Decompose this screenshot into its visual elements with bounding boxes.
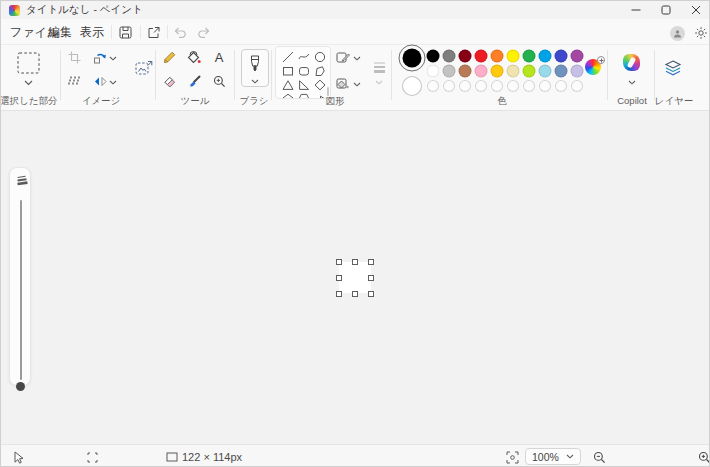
share-button[interactable]: [142, 21, 164, 43]
shape-arrow[interactable]: [313, 92, 326, 99]
copilot-button[interactable]: [623, 54, 640, 71]
selection-handle[interactable]: [368, 291, 374, 297]
thickness-slider-track[interactable]: [20, 200, 22, 380]
stroke-width-chevron-icon[interactable]: [373, 72, 385, 92]
copilot-group-label: Copilot: [617, 95, 647, 106]
fill-dropdown-chevron-icon[interactable]: [351, 74, 363, 94]
empty-color-slot[interactable]: [571, 80, 583, 92]
magnifier-tool-icon[interactable]: [209, 71, 229, 91]
shape-right-triangle[interactable]: [297, 78, 310, 91]
shape-polygon[interactable]: [313, 64, 326, 77]
empty-color-slot[interactable]: [443, 80, 455, 92]
color-swatch[interactable]: [459, 64, 472, 77]
user-avatar-icon: [670, 26, 685, 41]
empty-color-slot[interactable]: [523, 80, 535, 92]
color-swatch[interactable]: [523, 49, 536, 62]
fill-tool-icon[interactable]: [184, 47, 204, 67]
selection-handle[interactable]: [336, 275, 342, 281]
rotate-dropdown-chevron-icon[interactable]: [107, 48, 119, 68]
brushes-dropdown-chevron-icon[interactable]: [245, 71, 265, 91]
ribbon-separator: [391, 50, 392, 100]
selection-region[interactable]: [339, 262, 371, 293]
shape-hexagon[interactable]: [297, 92, 310, 99]
colors-group-label: 色: [497, 95, 507, 108]
selection-dropdown-chevron-icon[interactable]: [18, 73, 38, 93]
color-picker-tool-icon[interactable]: [184, 71, 204, 91]
close-button[interactable]: [681, 1, 710, 19]
save-button[interactable]: [114, 21, 136, 43]
primary-color: [403, 49, 422, 68]
layers-button[interactable]: [661, 57, 685, 79]
color-swatch[interactable]: [507, 49, 520, 62]
color-swatch[interactable]: [523, 64, 536, 77]
brushes-button[interactable]: [241, 49, 269, 87]
flip-dropdown-chevron-icon[interactable]: [107, 72, 119, 92]
color-swatch[interactable]: [491, 64, 504, 77]
empty-color-slot[interactable]: [459, 80, 471, 92]
menu-view[interactable]: 表示: [73, 22, 111, 42]
crop-button[interactable]: [64, 47, 84, 67]
color-swatch[interactable]: [427, 64, 440, 77]
zoom-out-button[interactable]: [591, 449, 607, 465]
empty-color-slot[interactable]: [555, 80, 567, 92]
shape-diamond[interactable]: [313, 78, 326, 91]
shape-triangle[interactable]: [281, 78, 294, 91]
shape-curve[interactable]: [297, 50, 310, 63]
shape-rectangle[interactable]: [281, 64, 294, 77]
color-swatch[interactable]: [539, 64, 552, 77]
shape-pentagon[interactable]: [281, 92, 294, 99]
secondary-color-swatch[interactable]: [402, 76, 422, 96]
color-swatch[interactable]: [571, 64, 584, 77]
thickness-slider-thumb[interactable]: [16, 382, 25, 391]
tools-group-label: ツール: [181, 95, 210, 108]
pencil-tool-icon[interactable]: [159, 47, 179, 67]
color-swatch[interactable]: [491, 49, 504, 62]
shape-outline-button[interactable]: [333, 47, 353, 67]
canvas-workspace[interactable]: [1, 111, 710, 444]
copilot-dropdown-chevron-icon[interactable]: [622, 72, 642, 92]
status-bar: 122 × 114px 100%: [1, 444, 710, 467]
shape-fill-button[interactable]: [333, 73, 353, 93]
color-swatch[interactable]: [475, 49, 488, 62]
shape-rounded-rectangle[interactable]: [297, 64, 310, 77]
color-swatch[interactable]: [443, 49, 456, 62]
fit-to-screen-button[interactable]: [504, 449, 520, 465]
color-swatch[interactable]: [571, 49, 584, 62]
color-swatch[interactable]: [427, 49, 440, 62]
undo-button[interactable]: [169, 21, 191, 43]
shape-oval[interactable]: [313, 50, 326, 63]
zoom-in-button[interactable]: [696, 449, 710, 465]
redo-button[interactable]: [193, 21, 215, 43]
eraser-tool-icon[interactable]: [159, 71, 179, 91]
empty-color-slot[interactable]: [507, 80, 519, 92]
resize-skew-button[interactable]: [64, 71, 84, 91]
color-swatch[interactable]: [443, 64, 456, 77]
settings-button[interactable]: [690, 22, 710, 44]
color-swatch[interactable]: [459, 49, 472, 62]
color-swatch[interactable]: [507, 64, 520, 77]
zoom-level-dropdown[interactable]: 100%: [525, 448, 581, 465]
selection-handle[interactable]: [336, 259, 342, 265]
selection-handle[interactable]: [336, 291, 342, 297]
ribbon-separator: [234, 50, 235, 100]
empty-color-slot[interactable]: [427, 80, 439, 92]
minimize-button[interactable]: [621, 1, 651, 19]
color-swatch[interactable]: [555, 64, 568, 77]
remove-background-button[interactable]: [132, 56, 156, 80]
color-swatch[interactable]: [539, 49, 552, 62]
empty-color-slot[interactable]: [491, 80, 503, 92]
shape-line[interactable]: [281, 50, 294, 63]
selection-handle[interactable]: [352, 291, 358, 297]
selection-handle[interactable]: [368, 275, 374, 281]
color-swatch[interactable]: [555, 49, 568, 62]
color-swatch[interactable]: [475, 64, 488, 77]
account-button[interactable]: [666, 22, 688, 44]
empty-color-slot[interactable]: [539, 80, 551, 92]
outline-dropdown-chevron-icon[interactable]: [351, 48, 363, 68]
primary-color-swatch[interactable]: [399, 45, 426, 72]
empty-color-slot[interactable]: [475, 80, 487, 92]
selection-handle[interactable]: [368, 259, 374, 265]
text-tool-icon[interactable]: A: [209, 47, 229, 67]
maximize-button[interactable]: [651, 1, 681, 19]
selection-handle[interactable]: [352, 259, 358, 265]
